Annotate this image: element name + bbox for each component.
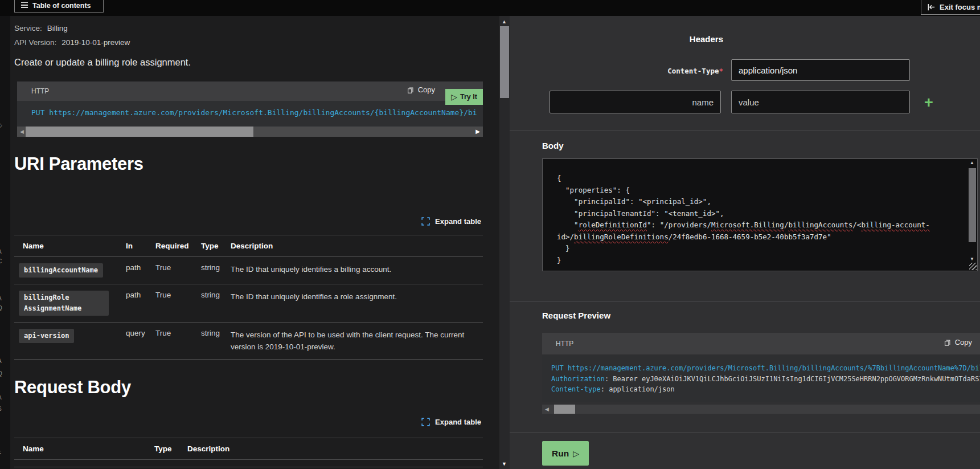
request-preview-code: PUT https://management.azure.com/provide… bbox=[542, 354, 980, 402]
clipped-text-fragment: A bbox=[0, 358, 2, 364]
copy-icon bbox=[407, 86, 415, 94]
uri-parameters-heading: URI Parameters bbox=[14, 154, 143, 174]
table-header-row: NameInRequiredTypeDescription bbox=[14, 235, 483, 257]
run-button[interactable]: Run ▷ bbox=[542, 441, 589, 466]
column-header: In bbox=[126, 235, 155, 257]
table-row bbox=[14, 460, 483, 467]
content-type-input[interactable] bbox=[731, 59, 910, 81]
hscrollbar-thumb[interactable] bbox=[26, 127, 253, 137]
api-version-label: API Version: bbox=[14, 38, 56, 47]
editor-scrollbar-thumb[interactable] bbox=[969, 168, 976, 242]
service-label: Service: bbox=[14, 24, 42, 32]
play-icon: ▷ bbox=[451, 92, 457, 101]
copy-icon bbox=[944, 339, 952, 346]
expand-table-button-body[interactable]: Expand table bbox=[14, 418, 481, 426]
parameter-description: The version of the API to be used with t… bbox=[231, 323, 483, 360]
expand-icon bbox=[421, 217, 430, 226]
table-of-contents-label: Table of contents bbox=[32, 2, 91, 10]
page-vscrollbar[interactable]: ▲ ▼ bbox=[499, 16, 510, 469]
column-header: Description bbox=[231, 235, 483, 257]
parameter-description: The ID that uniquely identifies a role a… bbox=[231, 284, 483, 323]
expand-table-button-uri[interactable]: Expand table bbox=[14, 217, 481, 226]
divider bbox=[510, 130, 980, 131]
codeblock-hscrollbar[interactable]: ◀ ▶ bbox=[17, 127, 483, 137]
code-line: PUT https://management.azure.com/provide… bbox=[551, 363, 980, 374]
code-line: "principalTenantId": "<tenant_id>", bbox=[557, 208, 967, 220]
table-cell: string bbox=[201, 284, 231, 323]
table-row: billing​Account​NamepathTruestringThe ID… bbox=[14, 257, 483, 284]
vscrollbar-thumb[interactable] bbox=[500, 26, 509, 98]
copy-label: Copy bbox=[955, 338, 972, 346]
scroll-down-icon[interactable]: ▼ bbox=[502, 461, 507, 467]
add-header-button[interactable]: + bbox=[919, 93, 938, 112]
header-name-input[interactable] bbox=[550, 91, 721, 113]
api-version-line: API Version:2019-10-01-preview bbox=[14, 38, 130, 47]
exit-focus-mode-button[interactable]: Exit focus mode bbox=[921, 0, 980, 15]
scroll-right-icon[interactable]: ▶ bbox=[475, 129, 480, 134]
clipped-text-fragment: Q bbox=[0, 305, 2, 311]
scroll-up-icon[interactable]: ▲ bbox=[502, 19, 507, 25]
copy-button[interactable]: Copy bbox=[407, 85, 435, 94]
request-body-editor[interactable]: { "properties": { "principalId": "<princ… bbox=[542, 158, 978, 271]
request-preview-title: Request Preview bbox=[542, 311, 610, 320]
exit-focus-label: Exit focus mode bbox=[940, 3, 980, 11]
code-line: "properties": { bbox=[557, 185, 967, 197]
column-header: Name bbox=[14, 438, 154, 460]
editor-vscrollbar[interactable]: ▲ ▼ bbox=[968, 160, 977, 262]
clipped-text-fragment: A bbox=[0, 394, 2, 401]
expand-icon bbox=[421, 418, 430, 426]
parameter-name-chip: billing​Role​Assignment​Name bbox=[19, 291, 109, 316]
expand-table-label: Expand table bbox=[435, 418, 481, 426]
header-value-input[interactable] bbox=[731, 91, 910, 113]
code-line: id>/billingRoleDefinitions/24f8edb6-1668… bbox=[557, 231, 967, 243]
table-cell: path bbox=[126, 257, 155, 284]
content-type-label: Content-Type* bbox=[510, 66, 723, 76]
copy-button[interactable]: Copy bbox=[944, 338, 972, 346]
request-body-json[interactable]: { "properties": { "principalId": "<princ… bbox=[543, 159, 967, 271]
required-asterisk: * bbox=[719, 67, 723, 75]
code-line: "principalId": "<principal_id>", bbox=[557, 196, 967, 208]
service-value: Billing bbox=[47, 24, 68, 32]
code-line: Content-type: application/json bbox=[551, 384, 980, 395]
clipped-text-fragment: F bbox=[0, 450, 1, 456]
exit-focus-icon bbox=[927, 3, 936, 11]
scroll-up-icon[interactable]: ▲ bbox=[970, 160, 974, 165]
code-line: } bbox=[557, 255, 967, 267]
try-it-button[interactable]: ▷ Try It bbox=[445, 89, 483, 105]
editor-resize-grip[interactable] bbox=[969, 263, 977, 270]
scroll-left-icon[interactable]: ◀ bbox=[20, 129, 24, 134]
top-bar bbox=[0, 0, 980, 16]
table-cell: True bbox=[155, 323, 201, 360]
table-row: api-versionqueryTruestringThe version of… bbox=[14, 323, 483, 360]
play-icon: ▷ bbox=[573, 449, 579, 458]
run-label: Run bbox=[552, 448, 569, 459]
copy-label: Copy bbox=[418, 85, 435, 94]
expand-table-label: Expand table bbox=[435, 217, 481, 226]
parameter-description: The ID that uniquely identifies a billin… bbox=[231, 257, 483, 284]
clipped-text-fragment: C bbox=[0, 258, 2, 264]
scroll-down-icon[interactable]: ▼ bbox=[970, 256, 974, 262]
column-header: Type bbox=[154, 438, 187, 460]
hscrollbar-thumb[interactable] bbox=[554, 405, 575, 414]
body-section-title: Body bbox=[542, 141, 564, 150]
request-preview-codeblock: HTTP Copy PUT https://management.azure.c… bbox=[542, 333, 980, 402]
divider bbox=[510, 301, 980, 302]
column-header: Description bbox=[187, 438, 483, 460]
table-row: billing​Role​Assignment​NamepathTruestri… bbox=[14, 284, 483, 323]
collapsed-sidebar-strip: ·◇·ACAQAQASF bbox=[0, 16, 10, 469]
clipped-text-fragment: S bbox=[0, 406, 2, 412]
table-cell: string bbox=[201, 323, 231, 360]
operation-description: Create or update a billing role assignme… bbox=[14, 57, 191, 68]
table-of-contents-button[interactable]: Table of contents bbox=[14, 0, 104, 13]
request-body-table: NameTypeDescription bbox=[14, 438, 483, 467]
column-header: Name bbox=[14, 235, 126, 257]
service-line: Service:Billing bbox=[14, 24, 68, 32]
preview-hscrollbar[interactable]: ◀ bbox=[542, 405, 980, 414]
code-line: "roleDefinitionId": "/providers/Microsof… bbox=[557, 219, 967, 231]
headers-section-title: Headers bbox=[510, 34, 723, 44]
column-header: Required bbox=[155, 235, 201, 257]
code-line: Authorization: Bearer eyJ0eXAiOiJKV1QiLC… bbox=[551, 374, 980, 385]
request-body-heading: Request Body bbox=[14, 377, 131, 398]
request-url-code: PUT https://management.azure.com/provide… bbox=[17, 101, 483, 127]
scroll-left-icon[interactable]: ◀ bbox=[545, 406, 549, 412]
